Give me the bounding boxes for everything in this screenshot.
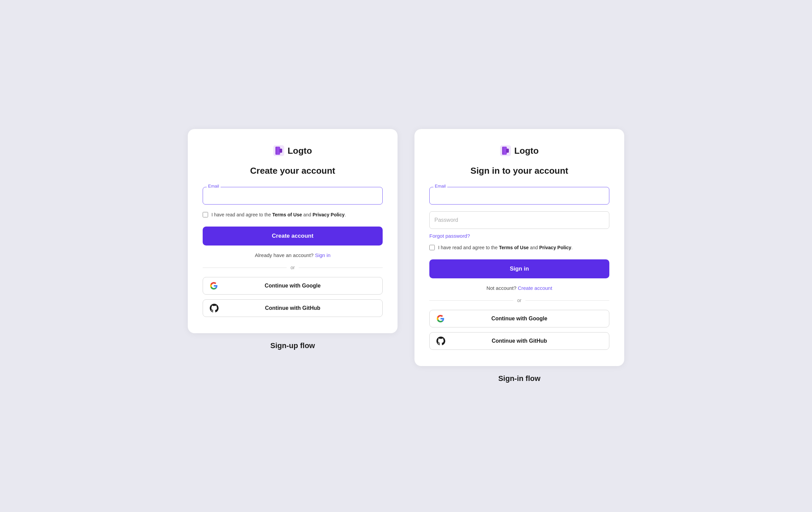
signin-terms-link[interactable]: Terms of Use: [499, 245, 529, 250]
signin-privacy-link[interactable]: Privacy Policy: [539, 245, 571, 250]
sign-in-button[interactable]: Sign in: [429, 259, 609, 278]
signin-checkbox-text-before: I have read and agree to the: [438, 245, 498, 250]
signin-divider: or: [429, 298, 609, 303]
signup-google-button[interactable]: Continue with Google: [203, 277, 383, 295]
signup-logo-text: Logto: [288, 146, 312, 156]
logto-logo-icon: [273, 145, 284, 156]
signin-password-input[interactable]: [429, 211, 609, 229]
signin-terms-area: I have read and agree to the Terms of Us…: [429, 244, 609, 251]
signup-terms-checkbox[interactable]: [203, 212, 208, 217]
google-icon-signin: [436, 315, 445, 323]
signin-github-label: Continue with GitHub: [436, 338, 602, 344]
page-container: Logto Create your account Email I have r…: [186, 129, 626, 383]
signup-email-label: Email: [207, 184, 221, 189]
signup-card: Logto Create your account Email I have r…: [188, 129, 398, 333]
signin-email-group: Email: [429, 187, 609, 205]
svg-rect-6: [506, 149, 509, 153]
signup-terms-link[interactable]: Terms of Use: [272, 212, 302, 217]
signin-flow-label: Sign-in flow: [498, 374, 541, 383]
svg-rect-7: [502, 147, 503, 155]
signup-flow-label: Sign-up flow: [270, 341, 315, 350]
signup-signin-link[interactable]: Sign in: [315, 252, 331, 258]
signin-google-button[interactable]: Continue with Google: [429, 310, 609, 327]
signin-google-label: Continue with Google: [436, 316, 602, 322]
signup-flow-container: Logto Create your account Email I have r…: [186, 129, 399, 350]
google-icon: [210, 282, 218, 290]
svg-rect-3: [275, 147, 277, 155]
create-account-button[interactable]: Create account: [203, 227, 383, 246]
github-icon-signup: [210, 304, 219, 313]
signup-github-label: Continue with GitHub: [210, 305, 376, 311]
signup-github-button[interactable]: Continue with GitHub: [203, 299, 383, 317]
signin-card: Logto Sign in to your account Email Forg…: [414, 129, 624, 366]
signin-terms-checkbox[interactable]: [429, 245, 435, 250]
signup-logo-area: Logto: [203, 145, 383, 156]
signin-github-button[interactable]: Continue with GitHub: [429, 332, 609, 350]
signup-google-label: Continue with Google: [210, 283, 376, 289]
signup-checkbox-text-before: I have read and agree to the: [211, 212, 271, 217]
signin-logto-logo-icon: [500, 145, 511, 156]
signup-and-text: and: [303, 212, 311, 217]
signin-email-input[interactable]: [429, 187, 609, 205]
signup-already-text: Already have an account? Sign in: [203, 252, 383, 258]
signup-divider: or: [203, 265, 383, 270]
signin-flow-container: Logto Sign in to your account Email Forg…: [413, 129, 626, 383]
signup-privacy-link[interactable]: Privacy Policy: [313, 212, 345, 217]
signin-not-account-text: Not account? Create account: [429, 285, 609, 291]
forgot-password-link[interactable]: Forgot password?: [429, 233, 609, 239]
svg-rect-2: [279, 149, 282, 153]
github-icon-signin: [436, 337, 445, 345]
signup-title: Create your account: [203, 166, 383, 176]
signup-email-input[interactable]: [203, 187, 383, 205]
signin-logo-text: Logto: [514, 146, 539, 156]
signin-create-account-link[interactable]: Create account: [518, 285, 552, 291]
signin-title: Sign in to your account: [429, 166, 609, 176]
signin-and-text: and: [530, 245, 538, 250]
signup-email-group: Email: [203, 187, 383, 205]
signin-email-label: Email: [433, 184, 447, 189]
signup-terms-area: I have read and agree to the Terms of Us…: [203, 211, 383, 218]
signin-logo-area: Logto: [429, 145, 609, 156]
